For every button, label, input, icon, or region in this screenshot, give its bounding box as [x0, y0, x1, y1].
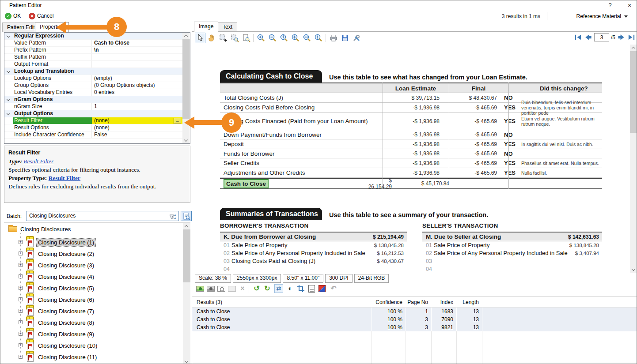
document-preview-button[interactable]	[181, 211, 192, 221]
type-link[interactable]: Result Filter	[23, 158, 53, 165]
previous-page-icon[interactable]	[584, 33, 592, 41]
zoom-actual-button[interactable]	[279, 33, 289, 43]
tree-item-closing-disclosure-9[interactable]: +Closing Disclosure (9)	[4, 328, 181, 339]
zoom-in-button[interactable]	[256, 33, 266, 43]
close-icon[interactable]: ×	[623, 1, 636, 10]
tree-root-folder[interactable]: Closing Disclosures	[8, 225, 71, 233]
last-page-icon[interactable]	[627, 33, 636, 41]
crop-button[interactable]	[296, 283, 306, 294]
property-section[interactable]: Output Options	[4, 110, 182, 117]
copy-text-button[interactable]	[306, 283, 317, 294]
expand-icon[interactable]: +	[19, 263, 23, 267]
print-button[interactable]	[328, 33, 339, 43]
contrast-button[interactable]: ◐	[285, 283, 296, 294]
viewer-scrollbar[interactable]	[630, 45, 637, 273]
rotate-left-button[interactable]: ↺	[251, 283, 262, 294]
expand-icon[interactable]: +	[19, 355, 23, 359]
tree-item-closing-disclosure-6[interactable]: +Closing Disclosure (6)	[4, 293, 181, 305]
refresh-button[interactable]: ⇄	[273, 283, 284, 294]
property-type-link[interactable]: Result Filter	[49, 175, 80, 181]
expand-icon[interactable]: +	[19, 240, 23, 244]
expand-icon[interactable]: +	[19, 297, 23, 301]
batch-dropdown[interactable]: Closing Disclosures	[26, 211, 179, 221]
zoom-fit-height-button[interactable]	[313, 33, 324, 43]
tree-item-closing-disclosure-8[interactable]: +Closing Disclosure (8)	[4, 316, 181, 328]
property-section[interactable]: nGram Options	[4, 96, 182, 103]
expand-icon[interactable]: +	[19, 274, 23, 278]
image-tools-button[interactable]	[351, 33, 362, 43]
page-preview-button[interactable]	[241, 33, 251, 43]
result-row[interactable]: Cash to Close 100 % 3 7090 13	[192, 315, 637, 323]
property-row[interactable]: Output Format	[4, 61, 182, 68]
scrollbar-thumb[interactable]	[182, 39, 190, 119]
property-row[interactable]: Result Options(none)	[4, 124, 182, 131]
bw-image-button[interactable]	[216, 283, 227, 294]
property-row-result-filter[interactable]: Result Filter(none)...	[4, 117, 182, 124]
zoom-fit-width-button[interactable]	[302, 33, 312, 43]
scroll-down-icon[interactable]	[182, 137, 190, 143]
scroll-down-icon[interactable]	[630, 266, 637, 273]
expand-icon[interactable]: +	[19, 320, 23, 324]
scroll-up-icon[interactable]	[630, 45, 637, 51]
tree-item-closing-disclosure-2[interactable]: +Closing Disclosure (2)	[4, 248, 181, 259]
help-icon[interactable]: ?	[605, 1, 615, 10]
zoom-fit-button[interactable]	[290, 33, 301, 43]
next-page-icon[interactable]	[617, 33, 626, 41]
expand-icon[interactable]: +	[19, 309, 23, 313]
tree-scrollbar[interactable]	[183, 223, 190, 364]
result-row[interactable]: Cash to Close 100 % 1 1683 13	[192, 308, 637, 315]
scroll-up-icon[interactable]	[183, 223, 190, 229]
first-page-icon[interactable]	[574, 33, 582, 41]
delete-button[interactable]: ×	[237, 283, 248, 294]
zoom-region-button[interactable]	[229, 33, 240, 43]
property-section[interactable]: Lookup and Translation	[4, 68, 182, 75]
pan-button[interactable]	[206, 33, 217, 43]
grayscale-image-button[interactable]	[205, 283, 216, 294]
col-confidence[interactable]: Confidence	[372, 299, 402, 305]
save-button[interactable]	[340, 33, 350, 43]
select-cursor-button[interactable]	[195, 33, 205, 43]
property-section[interactable]: Regular Expression	[4, 33, 182, 40]
zoom-out-button[interactable]	[267, 33, 278, 43]
scrollbar-thumb[interactable]	[183, 229, 190, 282]
expand-icon[interactable]: +	[19, 343, 23, 347]
expand-icon[interactable]: +	[19, 251, 23, 255]
tree-item-closing-disclosure-1[interactable]: +Closing Disclosure (1)	[4, 236, 181, 248]
undo-button[interactable]: ↶	[328, 283, 339, 294]
property-row[interactable]: Prefix Pattern\n	[4, 47, 182, 54]
property-row[interactable]: Include Character ConfidenceFalse	[4, 131, 182, 139]
page-number-input[interactable]	[594, 33, 609, 41]
property-row[interactable]: nGram Size1	[4, 103, 182, 110]
tree-item-closing-disclosure-7[interactable]: +Closing Disclosure (7)	[4, 305, 181, 316]
col-page-no[interactable]: Page No	[406, 299, 428, 305]
property-row[interactable]: Group Options(0 Group Options objects)	[4, 82, 182, 89]
compare-image-button[interactable]	[227, 283, 237, 294]
tab-image[interactable]: Image	[194, 22, 218, 32]
property-row[interactable]: Lookup Options(empty)	[4, 75, 182, 82]
color-adjust-button[interactable]	[317, 283, 327, 294]
property-row[interactable]: Value PatternCash to Close	[4, 40, 182, 47]
tree-item-closing-disclosure-4[interactable]: +Closing Disclosure (4)	[4, 270, 181, 282]
tab-text[interactable]: Text	[218, 22, 237, 31]
tree-item-closing-disclosure-3[interactable]: +Closing Disclosure (3)	[4, 259, 181, 270]
tree-item-closing-disclosure-5[interactable]: +Closing Disclosure (5)	[4, 282, 181, 293]
add-region-button[interactable]	[218, 33, 228, 43]
ok-button[interactable]: OK	[5, 12, 21, 20]
ellipsis-button[interactable]: ...	[174, 118, 181, 124]
result-row[interactable]: Cash to Close 100 % 3 9821 13	[192, 323, 637, 331]
expand-icon[interactable]: +	[19, 286, 23, 290]
image-viewer[interactable]: Calculating Cash to Close Use this table…	[192, 45, 637, 273]
scrollbar-thumb[interactable]	[630, 51, 637, 133]
reference-material-dropdown[interactable]: Reference Material	[576, 13, 628, 19]
property-row[interactable]: Local Vocabulary Entries0 entries	[4, 89, 182, 96]
scroll-up-icon[interactable]	[182, 33, 190, 39]
expand-icon[interactable]: +	[19, 332, 23, 336]
cancel-button[interactable]: Cancel	[29, 12, 53, 20]
rotate-right-button[interactable]: ↻	[262, 283, 273, 294]
col-index[interactable]: Index	[431, 299, 453, 305]
tree-item-closing-disclosure-11[interactable]: +Closing Disclosure (11)	[4, 351, 181, 362]
tree-item-closing-disclosure-10[interactable]: +Closing Disclosure (10)	[4, 339, 181, 351]
col-length[interactable]: Length	[456, 299, 479, 305]
property-row[interactable]: Suffix Pattern	[4, 54, 182, 61]
scroll-down-icon[interactable]	[183, 358, 190, 364]
